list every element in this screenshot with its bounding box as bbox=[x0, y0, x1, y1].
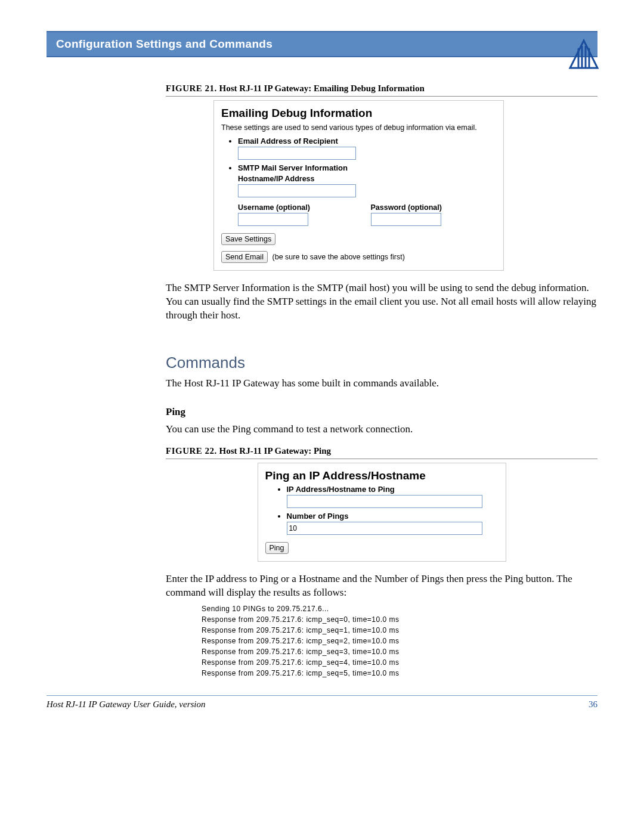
footer-rule bbox=[47, 695, 597, 696]
send-email-note: (be sure to save the above settings firs… bbox=[273, 253, 405, 261]
ping-intro: You can use the Ping command to test a n… bbox=[166, 423, 597, 436]
send-email-button[interactable]: Send Email bbox=[221, 251, 268, 263]
ping-count-input[interactable] bbox=[287, 522, 482, 535]
figure-22-caption: FIGURE 22. Host RJ-11 IP Gateway: Ping bbox=[166, 446, 597, 459]
ping-ip-input[interactable] bbox=[287, 495, 482, 508]
label-email-recipient: Email Address of Recipient bbox=[238, 137, 496, 145]
ping-panel-title: Ping an IP Address/Hostname bbox=[258, 463, 506, 485]
label-hostname-ip: Hostname/IP Address bbox=[238, 175, 496, 183]
brand-logo-icon bbox=[566, 38, 601, 73]
commands-intro: The Host RJ-11 IP Gateway has some built… bbox=[166, 377, 597, 391]
page-header-title: Configuration Settings and Commands bbox=[56, 38, 273, 51]
label-username: Username (optional) bbox=[238, 203, 364, 212]
label-number-pings: Number of Pings bbox=[287, 512, 499, 521]
footer-doc-title: Host RJ-11 IP Gateway User Guide, versio… bbox=[47, 699, 205, 710]
label-ip-to-ping: IP Address/Hostname to Ping bbox=[287, 485, 499, 494]
smtp-username-input[interactable] bbox=[238, 213, 308, 226]
panel-title: Emailing Debug Information bbox=[214, 101, 503, 122]
footer-page-number: 36 bbox=[589, 699, 597, 710]
save-settings-button[interactable]: Save Settings bbox=[221, 233, 275, 245]
ping-button[interactable]: Ping bbox=[265, 542, 289, 554]
label-password: Password (optional) bbox=[371, 203, 497, 212]
smtp-explanation-paragraph: The SMTP Server Information is the SMTP … bbox=[166, 281, 597, 323]
figure-21-panel: Emailing Debug Information These setting… bbox=[213, 100, 504, 271]
ping-heading: Ping bbox=[166, 406, 597, 418]
page-header: Configuration Settings and Commands bbox=[47, 31, 597, 57]
page-footer: Host RJ-11 IP Gateway User Guide, versio… bbox=[47, 699, 597, 710]
ping-instructions-paragraph: Enter the IP address to Ping or a Hostna… bbox=[166, 572, 597, 600]
figure-21-caption: FIGURE 21. Host RJ-11 IP Gateway: Emaili… bbox=[166, 83, 597, 97]
label-smtp-server: SMTP Mail Server Information bbox=[238, 163, 496, 172]
smtp-hostname-input[interactable] bbox=[238, 184, 356, 197]
ping-output-block: Sending 10 PINGs to 209.75.217.6... Resp… bbox=[202, 603, 597, 679]
panel-description: These settings are used to send various … bbox=[214, 122, 503, 137]
commands-heading: Commands bbox=[166, 354, 597, 372]
figure-22-panel: Ping an IP Address/Hostname IP Address/H… bbox=[258, 463, 506, 562]
email-recipient-input[interactable] bbox=[238, 147, 356, 160]
smtp-password-input[interactable] bbox=[371, 213, 441, 226]
